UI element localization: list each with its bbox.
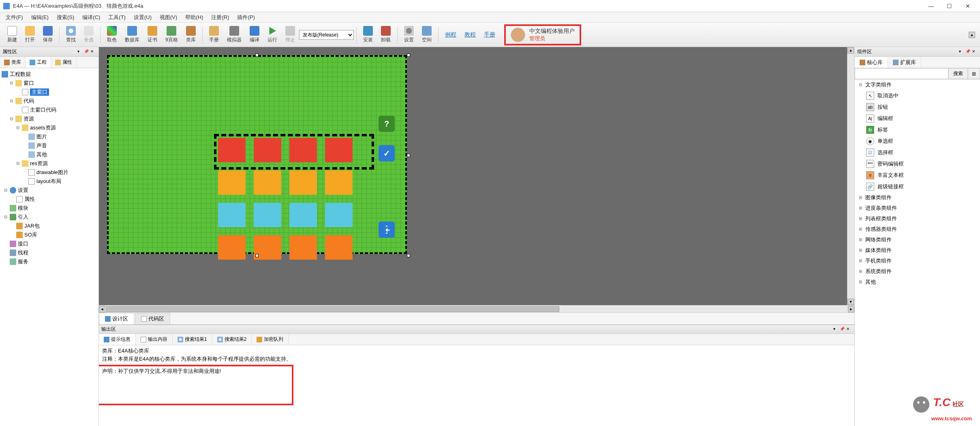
grid-cell[interactable] bbox=[218, 203, 246, 227]
comp-edit[interactable]: A|编辑框 bbox=[855, 113, 980, 124]
group-media[interactable]: ⊞媒体类组件 bbox=[855, 245, 980, 256]
grid-cell[interactable] bbox=[254, 203, 281, 227]
run-button[interactable]: 运行 bbox=[263, 24, 281, 45]
tree-res2[interactable]: res资源 bbox=[30, 160, 48, 167]
help-button[interactable]: ? bbox=[379, 116, 395, 132]
minimize-button[interactable]: — bbox=[922, 0, 940, 12]
tree-module[interactable]: 模块 bbox=[18, 204, 28, 212]
tree-interface[interactable]: 接口 bbox=[18, 240, 28, 247]
tree-window[interactable]: 窗口 bbox=[24, 80, 34, 87]
emulator-button[interactable]: 模拟器 bbox=[223, 24, 246, 45]
tab-encrypt[interactable]: 加密队列 bbox=[252, 334, 289, 345]
collapse-icon[interactable]: ⊟ bbox=[9, 81, 14, 86]
menu-settings[interactable]: 设置(U) bbox=[130, 13, 156, 22]
tree-pic[interactable]: 图片 bbox=[36, 133, 47, 140]
open-button[interactable]: 打开 bbox=[21, 24, 39, 45]
group-progress[interactable]: ⊞进度条类组件 bbox=[855, 203, 980, 213]
close-button[interactable]: ✕ bbox=[959, 0, 977, 12]
project-tree[interactable]: 工程数据 ⊟窗口 主窗口 ⊟代码 主窗口代码 ⊟资源 ⊟assets资源 图片 … bbox=[0, 68, 98, 426]
menu-help[interactable]: 帮助(H) bbox=[181, 13, 207, 22]
group-other[interactable]: ⊞其他 bbox=[855, 277, 980, 287]
group-system[interactable]: ⊞系统类组件 bbox=[855, 266, 980, 277]
new-button[interactable]: 新建 bbox=[3, 24, 21, 45]
grid-cell[interactable] bbox=[325, 235, 353, 260]
tab-output[interactable]: 输出内容 bbox=[136, 334, 173, 345]
tab-search2[interactable]: 搜索结果2 bbox=[212, 334, 252, 345]
collapse-icon[interactable]: ⊟ bbox=[3, 188, 8, 193]
resize-handle[interactable] bbox=[407, 154, 410, 157]
panel-dropdown-icon[interactable]: ▾ bbox=[77, 49, 83, 55]
link-tutorial[interactable]: 教程 bbox=[464, 31, 476, 39]
tree-root[interactable]: 工程数据 bbox=[10, 71, 31, 78]
menu-file[interactable]: 文件(F) bbox=[2, 13, 27, 22]
search-input[interactable] bbox=[855, 68, 948, 79]
resize-handle[interactable] bbox=[407, 54, 410, 57]
h-scrollbar[interactable]: ◄ ► bbox=[99, 305, 854, 312]
resize-handle[interactable] bbox=[255, 254, 259, 257]
tab-hints[interactable]: 提示信息 bbox=[99, 334, 136, 345]
panel-pin-icon[interactable]: 📌 bbox=[840, 327, 845, 332]
collapse-icon[interactable]: ⊟ bbox=[15, 125, 20, 130]
search-button[interactable]: 搜索 bbox=[948, 68, 968, 79]
panel-pin-icon[interactable]: 📌 bbox=[965, 49, 971, 55]
tree-import[interactable]: 引入 bbox=[18, 213, 28, 221]
comp-hyperlink[interactable]: 🔗超级链接框 bbox=[855, 181, 980, 192]
selection-box[interactable] bbox=[214, 134, 374, 170]
resize-handle[interactable] bbox=[407, 254, 410, 257]
select-all-button[interactable]: 全选 bbox=[80, 24, 98, 45]
grid-cell[interactable] bbox=[325, 170, 353, 195]
menu-view[interactable]: 视图(V) bbox=[156, 13, 181, 22]
collapse-icon[interactable]: ⊟ bbox=[15, 161, 20, 166]
grid9-button[interactable]: 9宫格 bbox=[161, 24, 182, 45]
tree-service[interactable]: 服务 bbox=[18, 258, 28, 265]
tree-assets[interactable]: assets资源 bbox=[30, 124, 56, 131]
tree-so[interactable]: SO库 bbox=[24, 231, 37, 239]
build-type-combo[interactable]: 发布版(Release) bbox=[299, 30, 354, 40]
tree-main-code[interactable]: 主窗口代码 bbox=[30, 106, 56, 114]
tab-search1[interactable]: 搜索结果1 bbox=[173, 334, 212, 345]
uninstall-button[interactable]: 卸载 bbox=[377, 24, 395, 45]
menu-edit[interactable]: 编辑(E) bbox=[27, 13, 53, 22]
panel-close-icon[interactable]: ✕ bbox=[846, 327, 852, 332]
grid-cell[interactable] bbox=[289, 235, 317, 260]
group-text[interactable]: ⊟文字类组件 bbox=[855, 80, 980, 90]
tree-code[interactable]: 代码 bbox=[24, 97, 34, 105]
tree-other[interactable]: 其他 bbox=[36, 151, 47, 158]
exit-button[interactable] bbox=[379, 222, 395, 238]
group-sensor[interactable]: ⊞传感器类组件 bbox=[855, 224, 980, 235]
cert-button[interactable]: 证书 bbox=[143, 24, 161, 45]
space-button[interactable]: 空间 bbox=[418, 24, 436, 45]
grid-cell[interactable] bbox=[218, 235, 246, 260]
menu-register[interactable]: 注册(R) bbox=[207, 13, 233, 22]
grid-cell[interactable] bbox=[289, 170, 317, 195]
group-phone[interactable]: ⊞手机类组件 bbox=[855, 256, 980, 266]
save-button[interactable]: 保存 bbox=[39, 24, 57, 45]
tab-core-lib[interactable]: 核心库 bbox=[855, 57, 888, 68]
stop-button[interactable]: 停止 bbox=[281, 24, 299, 45]
tree-thread[interactable]: 线程 bbox=[18, 249, 28, 256]
settings-button[interactable]: 设置 bbox=[400, 24, 418, 45]
install-button[interactable]: 安装 bbox=[359, 24, 377, 45]
tree-sound[interactable]: 声音 bbox=[36, 142, 47, 149]
maximize-button[interactable]: ☐ bbox=[940, 0, 959, 12]
comp-label[interactable]: 标标签 bbox=[855, 124, 980, 136]
tree-layout[interactable]: layout布局 bbox=[36, 178, 61, 185]
tree-drawable[interactable]: drawable图片 bbox=[36, 169, 68, 176]
panel-close-icon[interactable]: ✕ bbox=[90, 49, 96, 55]
compile-button[interactable]: 编译 bbox=[246, 24, 263, 45]
collapse-icon[interactable]: ⊟ bbox=[9, 116, 14, 121]
resize-handle[interactable] bbox=[255, 54, 259, 57]
panel-pin-icon[interactable]: 📌 bbox=[84, 49, 90, 55]
panel-dropdown-icon[interactable]: ▾ bbox=[959, 49, 965, 55]
toolbar-scroll-up[interactable]: ▲ bbox=[969, 32, 975, 38]
menu-plugins[interactable]: 插件(P) bbox=[233, 13, 259, 22]
tree-main-window[interactable]: 主窗口 bbox=[30, 88, 49, 96]
tab-code[interactable]: 代码区 bbox=[135, 313, 170, 325]
link-examples[interactable]: 例程 bbox=[445, 31, 456, 39]
comp-radio[interactable]: ◉单选框 bbox=[855, 136, 980, 147]
tab-design[interactable]: 设计区 bbox=[99, 313, 134, 325]
tree-jar[interactable]: JAR包 bbox=[24, 222, 40, 230]
grid-cell[interactable] bbox=[289, 203, 317, 227]
tree-settings[interactable]: 设置 bbox=[18, 187, 28, 194]
comp-richtext[interactable]: ≡丰富文本框 bbox=[855, 170, 980, 181]
